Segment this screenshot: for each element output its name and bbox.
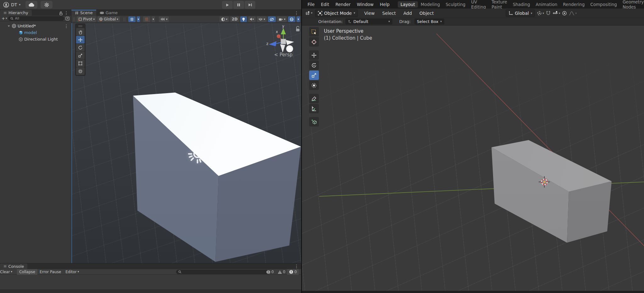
pivot-mode-button[interactable]: Pivot ▾ <box>77 16 96 22</box>
rotate-tool-button[interactable] <box>76 44 85 51</box>
menu-file[interactable]: File <box>304 2 318 7</box>
kebab-menu-icon[interactable]: ⋮ <box>294 11 299 15</box>
kebab-menu-icon[interactable]: ⋮ <box>294 264 299 268</box>
drag-setting-dropdown[interactable]: Select Box ▾ <box>414 19 444 25</box>
menu-window[interactable]: Window <box>354 2 377 7</box>
annotate-tool[interactable] <box>309 94 319 103</box>
hierarchy-search-input[interactable]: All <box>8 16 64 21</box>
menu-add[interactable]: Add <box>400 11 416 16</box>
hierarchy-item-directional-light[interactable]: Directional Light <box>0 36 71 42</box>
workspace-tab-modeling[interactable]: Modeling <box>418 1 443 8</box>
error-pause-toggle[interactable]: Error Pause <box>37 269 63 275</box>
pause-button[interactable] <box>233 1 244 9</box>
add-cube-tool[interactable] <box>309 117 319 127</box>
axis-white-cone-down[interactable] <box>280 44 285 53</box>
kebab-menu-icon[interactable]: ⋮ <box>64 11 69 15</box>
transform-orientation-selector[interactable]: Global ▾ <box>506 9 535 17</box>
directional-light-gizmo[interactable] <box>186 143 209 165</box>
menu-object[interactable]: Object <box>416 11 438 16</box>
move-tool-button[interactable] <box>76 36 85 43</box>
camera-settings-button[interactable]: ▾ <box>277 16 287 22</box>
scale-tool-button[interactable] <box>76 52 85 59</box>
axis-y-cone[interactable] <box>281 28 286 34</box>
clear-button[interactable]: Clear ▾ <box>0 269 14 275</box>
effects-button[interactable]: ▾ <box>257 16 267 22</box>
strip-drag-handle[interactable] <box>76 25 85 28</box>
move-tool[interactable] <box>309 50 319 60</box>
gizmos-dropdown[interactable]: ▾ <box>297 16 300 22</box>
workspace-tab-shading[interactable]: Shading <box>510 1 533 8</box>
hierarchy-item-model[interactable]: model <box>0 29 71 36</box>
audio-toggle[interactable] <box>248 16 256 22</box>
workspace-tab-rendering[interactable]: Rendering <box>560 1 587 8</box>
scale-tool[interactable] <box>309 70 319 80</box>
cloud-services-button[interactable] <box>25 1 37 8</box>
console-search[interactable] <box>176 270 269 274</box>
scene-viewport[interactable]: y x z <box>71 23 301 263</box>
increment-snap-dropdown[interactable]: ▾ <box>152 16 155 22</box>
menu-help[interactable]: Help <box>377 2 393 7</box>
lighting-toggle[interactable] <box>240 16 247 22</box>
rotate-tool[interactable] <box>309 60 319 70</box>
add-object-button[interactable]: + ▾ <box>2 16 7 20</box>
workspace-tab-animation[interactable]: Animation <box>533 1 560 8</box>
play-button[interactable] <box>222 1 233 9</box>
orientation-setting-dropdown[interactable]: Default ▾ <box>345 19 392 25</box>
axis-z-cone[interactable] <box>269 41 276 46</box>
popout-icon[interactable] <box>65 17 69 20</box>
scene-visibility-toggle[interactable] <box>268 16 276 22</box>
handle-space-button[interactable]: Global ▾ <box>97 16 120 22</box>
menu-render[interactable]: Render <box>332 2 354 7</box>
cursor-tool[interactable] <box>309 37 319 47</box>
warning-count-toggle[interactable]: 0 <box>276 269 287 275</box>
info-count-toggle[interactable]: 0 <box>264 269 276 275</box>
measure-tool[interactable] <box>309 104 319 113</box>
transform-tool-button[interactable] <box>76 67 85 75</box>
editor-type-button[interactable]: ▾ <box>305 11 313 15</box>
grid-snap-toggle[interactable] <box>128 16 136 22</box>
menu-select[interactable]: Select <box>379 11 400 16</box>
blender-3d-viewport[interactable]: User Perspective (1) Collection | Cube <box>302 25 644 293</box>
grid-visibility-button[interactable]: ▾ <box>159 16 169 22</box>
workspace-tab-sculpting[interactable]: Sculpting <box>443 1 468 8</box>
toolbar-grip[interactable] <box>124 17 125 21</box>
tab-scene[interactable]: Scene <box>71 10 96 16</box>
2d-toggle[interactable]: 2D <box>230 16 239 22</box>
workspace-tab-compositing[interactable]: Compositing <box>587 1 620 8</box>
rect-tool-button[interactable] <box>76 59 85 67</box>
snap-target-selector[interactable]: ▾ <box>552 11 560 15</box>
transform-tool[interactable] <box>309 81 319 90</box>
select-box-tool[interactable] <box>309 27 319 37</box>
kebab-menu-icon[interactable]: ⋮ <box>64 24 69 28</box>
foldout-arrow-icon[interactable] <box>7 25 10 28</box>
snap-magnet-toggle[interactable] <box>546 11 551 16</box>
workspace-tab-layout[interactable]: Layout <box>398 1 418 8</box>
mode-selector[interactable]: Object Mode ▾ <box>315 9 358 17</box>
menu-edit[interactable]: Edit <box>318 2 332 7</box>
grid-snap-dropdown[interactable]: ▾ <box>137 16 140 22</box>
scene-row[interactable]: Untitled* ⋮ <box>0 23 71 29</box>
unity-account-button[interactable]: DT ▾ <box>0 2 20 8</box>
collapse-toggle[interactable]: Collapse <box>17 269 37 275</box>
settings-button[interactable] <box>41 1 53 8</box>
pivot-point-selector[interactable]: ▾ <box>537 11 544 16</box>
lock-toggle[interactable] <box>59 11 63 17</box>
projection-toggle[interactable]: < Persp <box>264 52 301 58</box>
editor-dropdown[interactable]: Editor ▾ <box>63 269 81 275</box>
shading-mode-button[interactable]: ▾ <box>219 16 229 22</box>
gizmos-toggle[interactable] <box>288 16 295 22</box>
view-tool-button[interactable] <box>76 28 85 36</box>
toolbar-grip[interactable] <box>73 17 75 21</box>
tab-game[interactable]: Game <box>96 10 121 16</box>
lock-icon[interactable] <box>296 26 300 31</box>
gizmo-center-cube[interactable] <box>281 39 286 44</box>
tab-console[interactable]: ≡ Console <box>0 263 27 269</box>
tab-hierarchy[interactable]: ≡ Hierarchy <box>0 10 32 16</box>
step-button[interactable] <box>245 1 255 9</box>
console-log-area[interactable] <box>0 275 301 290</box>
proportional-editing-toggle[interactable] <box>562 11 567 16</box>
console-search-input[interactable] <box>183 270 266 274</box>
increment-snap-toggle[interactable] <box>143 16 150 22</box>
3d-cursor[interactable] <box>537 175 551 189</box>
proportional-falloff-selector[interactable]: ▾ <box>569 11 577 15</box>
